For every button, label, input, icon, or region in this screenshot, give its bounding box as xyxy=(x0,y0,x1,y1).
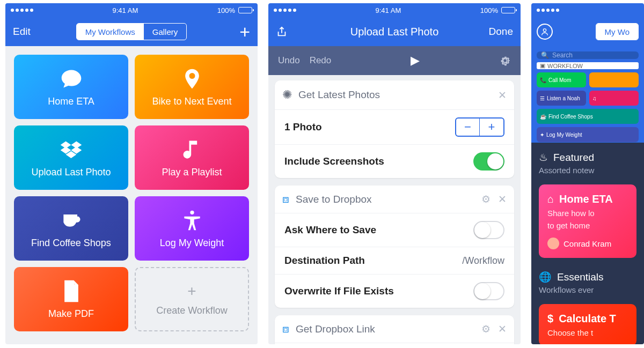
action-title: Get Latest Photos xyxy=(298,89,380,101)
phone-my-workflows: 9:41 AM 100% Edit My Workflows Gallery +… xyxy=(5,3,258,344)
mini-tile[interactable] xyxy=(589,72,639,87)
include-screenshots-label: Include Screenshots xyxy=(284,156,384,167)
section-title: Essentials xyxy=(557,271,604,283)
svg-point-0 xyxy=(190,210,194,214)
author-name: Conrad Kram xyxy=(564,239,611,248)
gallery-content: 🔍Search ▣WORKFLOW 📞Call Mom ☰Listen a No… xyxy=(531,46,644,344)
settings-icon[interactable] xyxy=(499,55,511,66)
phone-workflow-editor: 9:41 AM 100% Upload Last Photo Done Undo… xyxy=(268,3,521,344)
gallery-preview: 🔍Search ▣WORKFLOW 📞Call Mom ☰Listen a No… xyxy=(531,46,644,143)
card-title: Home ETA xyxy=(559,193,613,205)
card-subtitle: to get home xyxy=(547,221,628,230)
stepper-minus[interactable]: − xyxy=(456,119,480,136)
workflow-gallery-segment[interactable]: My Wo xyxy=(596,23,639,40)
mini-tile[interactable]: ☕Find Coffee Shops xyxy=(537,109,639,124)
close-icon[interactable]: ✕ xyxy=(498,193,507,205)
music-icon xyxy=(180,138,204,161)
dropbox-icon: ⧈ xyxy=(282,193,289,205)
photos-icon: ✺ xyxy=(282,88,292,102)
battery-percent: 100% xyxy=(217,6,235,14)
tile-play-playlist[interactable]: Play a Playlist xyxy=(135,125,249,190)
featured-section: ♨Featured Assorted notew xyxy=(531,143,644,180)
section-subtitle: Assorted notew xyxy=(539,166,636,175)
tile-log-weight[interactable]: Log My Weight xyxy=(135,196,249,261)
photo-count-stepper[interactable]: − + xyxy=(455,117,504,137)
seg-my-workflows[interactable]: My Workflows xyxy=(77,24,144,40)
seg-my-workflows[interactable]: My Wo xyxy=(596,24,638,40)
search-icon: 🔍 xyxy=(541,51,549,59)
workflow-widget-label: ▣WORKFLOW xyxy=(537,62,639,69)
tile-make-pdf[interactable]: Make PDF xyxy=(14,267,128,331)
workflow-grid: Home ETA Bike to Next Event Upload Last … xyxy=(5,46,258,340)
action-title: Get Dropbox Link xyxy=(296,323,375,335)
done-button[interactable]: Done xyxy=(489,26,513,38)
speech-icon xyxy=(60,67,83,91)
close-icon[interactable]: ✕ xyxy=(498,323,507,335)
tile-label: Log My Weight xyxy=(160,238,224,249)
phone-gallery: My Wo 🔍Search ▣WORKFLOW 📞Call Mom ☰Liste… xyxy=(531,3,644,344)
battery-icon xyxy=(501,7,515,13)
overwrite-toggle[interactable] xyxy=(473,282,504,300)
mini-tile[interactable]: ☰Listen a Noah xyxy=(537,91,586,106)
redo-button[interactable]: Redo xyxy=(310,55,332,66)
ask-where-toggle[interactable] xyxy=(473,221,504,239)
mini-tile[interactable]: 📞Call Mom xyxy=(537,72,586,87)
statusbar: 9:41 AM 100% xyxy=(5,3,258,17)
user-icon xyxy=(540,27,549,36)
search-bar[interactable]: 🔍Search xyxy=(537,51,639,59)
gallery-card-calculate[interactable]: $Calculate T Choose the t xyxy=(539,304,636,344)
tile-label: Make PDF xyxy=(48,308,94,320)
status-right: 100% xyxy=(217,6,252,14)
status-time: 9:41 AM xyxy=(376,6,401,14)
author-avatar xyxy=(547,238,559,249)
flame-icon: ♨ xyxy=(539,151,548,164)
tile-label: Home ETA xyxy=(48,96,94,107)
play-button[interactable]: ▶ xyxy=(411,54,420,68)
section-title: Featured xyxy=(553,152,594,164)
tile-label: Find Coffee Shops xyxy=(31,238,111,249)
dollar-icon: $ xyxy=(547,313,553,325)
workflow-gallery-segment[interactable]: My Workflows Gallery xyxy=(76,23,187,40)
card-subtitle: Choose the t xyxy=(547,328,628,337)
gear-icon[interactable]: ⚙ xyxy=(481,193,491,205)
tile-create-workflow[interactable]: + Create Workflow xyxy=(135,267,249,331)
gear-icon[interactable]: ⚙ xyxy=(481,323,491,335)
tile-upload-last-photo[interactable]: Upload Last Photo xyxy=(14,125,128,190)
svg-point-1 xyxy=(543,29,546,32)
essentials-section: 🌐Essentials Workflows ever xyxy=(531,262,644,300)
card-title: Calculate T xyxy=(559,313,616,325)
navbar: Upload Last Photo Done xyxy=(268,17,521,46)
body-icon xyxy=(180,209,204,232)
action-title: Save to Dropbox xyxy=(296,194,372,205)
undo-button[interactable]: Undo xyxy=(278,55,300,66)
mini-tile[interactable]: ♫ xyxy=(589,91,639,106)
battery-percent: 100% xyxy=(480,6,498,14)
section-subtitle: Workflows ever xyxy=(539,285,636,294)
dropbox-icon xyxy=(60,138,83,161)
tile-find-coffee[interactable]: Find Coffee Shops xyxy=(14,196,128,261)
overwrite-label: Overwrite If File Exists xyxy=(284,285,394,297)
home-icon: ⌂ xyxy=(547,193,554,205)
add-workflow-button[interactable]: + xyxy=(239,23,250,41)
edit-button[interactable]: Edit xyxy=(13,26,31,38)
stepper-plus[interactable]: + xyxy=(480,119,503,136)
battery-icon xyxy=(238,7,252,13)
editor-toolbar: Undo Redo ▶ xyxy=(268,46,521,75)
dest-path-value[interactable]: /Workflow xyxy=(462,255,504,266)
mini-tile[interactable]: ✦Log My Weight xyxy=(537,127,639,142)
action-get-latest-photos: ✺ Get Latest Photos ✕ 1 Photo − + Includ… xyxy=(275,80,514,178)
tile-bike-next-event[interactable]: Bike to Next Event xyxy=(135,55,249,119)
tile-home-eta[interactable]: Home ETA xyxy=(14,55,128,119)
share-icon[interactable] xyxy=(276,26,288,38)
gallery-card-home-eta[interactable]: ⌂Home ETA Share how lo to get home Conra… xyxy=(539,184,636,258)
seg-gallery[interactable]: Gallery xyxy=(144,24,187,40)
status-right: 100% xyxy=(480,6,515,14)
close-icon[interactable]: ✕ xyxy=(498,89,507,101)
photo-count-label: 1 Photo xyxy=(284,121,322,133)
tile-label: Bike to Next Event xyxy=(152,96,231,107)
action-get-dropbox-link: ⧈ Get Dropbox Link ⚙ ✕ Short URL xyxy=(275,315,514,344)
coffee-icon xyxy=(60,209,83,232)
include-screenshots-toggle[interactable] xyxy=(473,152,504,171)
profile-button[interactable] xyxy=(537,24,553,40)
signal-dots xyxy=(11,9,33,12)
